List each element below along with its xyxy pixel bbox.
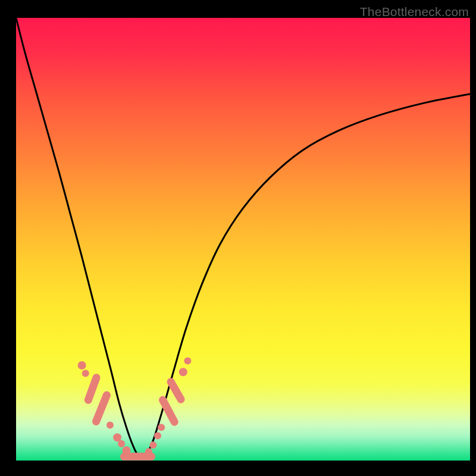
marker-dot (145, 448, 152, 455)
marker-dot (82, 369, 89, 377)
marker-pill (88, 378, 96, 400)
marker-dot (184, 358, 191, 365)
marker-dot (149, 441, 156, 449)
marker-pill (96, 395, 107, 422)
marker-dot (154, 432, 161, 439)
watermark-label: TheBottleneck.com (360, 5, 469, 19)
plot-outer (0, 0, 476, 476)
chart-frame: TheBottleneck.com (0, 0, 476, 476)
curve-layer (16, 18, 470, 461)
marker-dot (107, 421, 114, 428)
bottleneck-curve (16, 18, 470, 458)
marker-dot (158, 424, 165, 431)
marker-pill (171, 382, 181, 399)
plot-area (16, 18, 470, 461)
marker-dot (179, 368, 187, 376)
marker-dot (118, 440, 125, 447)
marker-dot (78, 361, 86, 369)
marker-pill (163, 400, 175, 422)
